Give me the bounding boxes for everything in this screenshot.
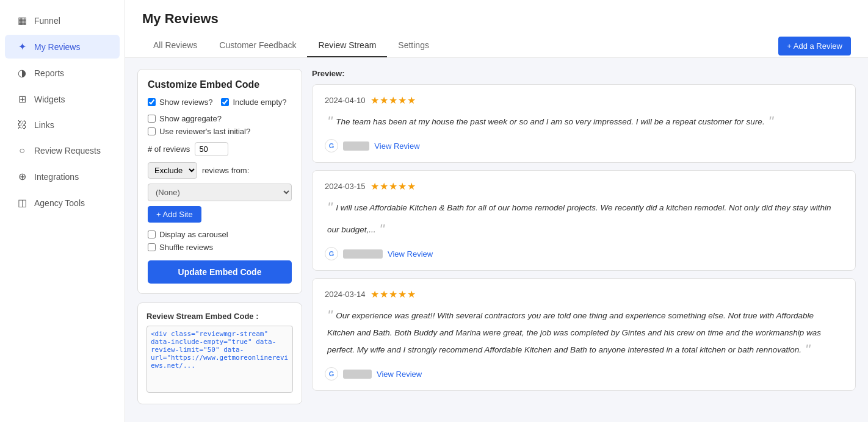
view-review-link[interactable]: View Review bbox=[377, 370, 422, 379]
customize-title: Customize Embed Code bbox=[148, 79, 292, 90]
google-icon: G bbox=[325, 139, 338, 152]
embed-code-textarea[interactable]: <div class="reviewmgr-stream" data-inclu… bbox=[146, 326, 293, 393]
show-reviews-checkbox-row[interactable]: Show reviews? bbox=[148, 98, 212, 107]
stars: ★★★★★ bbox=[371, 95, 416, 106]
review-text: " Our experience was great!! With severa… bbox=[325, 305, 843, 361]
include-empty-checkbox[interactable] bbox=[221, 98, 229, 106]
show-aggregate-checkbox-row[interactable]: Show aggregate? bbox=[148, 114, 292, 123]
sidebar-item-my-reviews[interactable]: ✦ My Reviews bbox=[5, 35, 120, 59]
shuffle-reviews-checkbox[interactable] bbox=[148, 243, 156, 251]
sidebar: ▦ Funnel ✦ My Reviews ◑ Reports ⊞ Widget… bbox=[0, 0, 125, 422]
tab-all-reviews[interactable]: All Reviews bbox=[142, 34, 208, 57]
reviewer-row: G View Review bbox=[325, 247, 843, 260]
use-last-initial-checkbox-row[interactable]: Use reviewer's last initial? bbox=[148, 127, 292, 136]
sidebar-item-label: My Reviews bbox=[34, 42, 80, 52]
inline-checks: Show reviews? Include empty? bbox=[148, 98, 292, 110]
widgets-icon: ⊞ bbox=[16, 93, 28, 105]
update-embed-code-button[interactable]: Update Embed Code bbox=[148, 260, 292, 284]
tab-customer-feedback[interactable]: Customer Feedback bbox=[208, 34, 307, 57]
sidebar-item-label: Integrations bbox=[34, 172, 79, 182]
sidebar-item-widgets[interactable]: ⊞ Widgets bbox=[5, 87, 120, 111]
sidebar-item-links[interactable]: ⛓ Links bbox=[5, 113, 120, 137]
sidebar-item-label: Reports bbox=[34, 68, 64, 78]
exclude-select[interactable]: Exclude bbox=[148, 162, 197, 179]
quote-open-icon: " bbox=[327, 113, 333, 130]
funnel-icon: ▦ bbox=[16, 15, 28, 26]
view-review-link[interactable]: View Review bbox=[374, 141, 419, 151]
preview-label: Preview: bbox=[312, 69, 856, 78]
preview-panel: Preview: 2024-04-10 ★★★★★ " The team has… bbox=[312, 69, 856, 411]
embed-code-title: Review Stream Embed Code : bbox=[146, 312, 293, 321]
review-text: " The team has been at my house the past… bbox=[325, 111, 843, 133]
tab-review-stream[interactable]: Review Stream bbox=[307, 34, 387, 57]
add-site-button[interactable]: + Add Site bbox=[148, 206, 201, 223]
sidebar-item-funnel[interactable]: ▦ Funnel bbox=[5, 9, 120, 32]
review-card: 2024-03-15 ★★★★★ " I will use Affordable… bbox=[312, 170, 856, 271]
page-header: My Reviews All Reviews Customer Feedback… bbox=[125, 0, 868, 58]
sidebar-item-agency-tools[interactable]: ◫ Agency Tools bbox=[5, 191, 120, 215]
sidebar-item-label: Funnel bbox=[34, 16, 60, 26]
integrations-icon: ⊕ bbox=[16, 171, 28, 182]
tab-settings[interactable]: Settings bbox=[387, 34, 440, 57]
review-date: 2024-03-14 ★★★★★ bbox=[325, 288, 843, 300]
sidebar-item-label: Widgets bbox=[34, 95, 65, 104]
agency-tools-icon: ◫ bbox=[16, 197, 28, 209]
quote-close-icon: " bbox=[805, 342, 811, 358]
left-panel: Customize Embed Code Show reviews? Inclu… bbox=[137, 69, 302, 411]
customize-box: Customize Embed Code Show reviews? Inclu… bbox=[137, 69, 302, 294]
stars: ★★★★★ bbox=[371, 181, 416, 192]
sidebar-item-label: Links bbox=[34, 120, 54, 130]
star-icon: ✦ bbox=[16, 41, 28, 52]
review-date: 2024-03-15 ★★★★★ bbox=[325, 181, 843, 192]
add-review-button[interactable]: + Add a Review bbox=[778, 37, 851, 55]
embed-code-box: Review Stream Embed Code : <div class="r… bbox=[137, 302, 302, 404]
stars: ★★★★★ bbox=[371, 288, 416, 300]
show-reviews-checkbox[interactable] bbox=[148, 98, 156, 106]
main-content: My Reviews All Reviews Customer Feedback… bbox=[125, 0, 868, 422]
links-icon: ⛓ bbox=[16, 120, 28, 131]
tabs-row: All Reviews Customer Feedback Review Str… bbox=[142, 34, 851, 57]
review-date: 2024-04-10 ★★★★★ bbox=[325, 95, 843, 106]
include-empty-checkbox-row[interactable]: Include empty? bbox=[221, 98, 286, 107]
none-select[interactable]: (None) bbox=[148, 184, 292, 201]
reviewer-row: G View Review bbox=[325, 139, 843, 152]
reviewer-name bbox=[343, 249, 383, 259]
google-icon: G bbox=[325, 367, 338, 381]
view-review-link[interactable]: View Review bbox=[388, 249, 433, 259]
sidebar-item-label: Agency Tools bbox=[34, 198, 85, 208]
exclude-row: Exclude reviews from: bbox=[148, 162, 292, 179]
sidebar-item-review-requests[interactable]: ○ Review Requests bbox=[5, 139, 120, 162]
display-carousel-checkbox-row[interactable]: Display as carousel bbox=[148, 230, 292, 239]
quote-close-icon: " bbox=[379, 221, 385, 238]
review-card: 2024-04-10 ★★★★★ " The team has been at … bbox=[312, 84, 856, 163]
reports-icon: ◑ bbox=[16, 67, 28, 79]
reviewer-name bbox=[343, 370, 372, 379]
show-aggregate-checkbox[interactable] bbox=[148, 115, 156, 123]
page-title: My Reviews bbox=[142, 11, 851, 27]
num-reviews-row: # of reviews bbox=[148, 142, 292, 156]
use-last-initial-checkbox[interactable] bbox=[148, 127, 156, 135]
sidebar-item-integrations[interactable]: ⊕ Integrations bbox=[5, 165, 120, 188]
sidebar-item-reports[interactable]: ◑ Reports bbox=[5, 61, 120, 85]
num-reviews-input[interactable] bbox=[195, 142, 228, 156]
quote-close-icon: " bbox=[768, 113, 773, 130]
sidebar-item-label: Review Requests bbox=[34, 146, 101, 156]
google-icon: G bbox=[325, 247, 338, 260]
reviewer-row: G View Review bbox=[325, 367, 843, 381]
review-requests-icon: ○ bbox=[16, 145, 28, 156]
reviewer-name bbox=[343, 141, 369, 151]
quote-open-icon: " bbox=[327, 199, 333, 216]
content-area: Customize Embed Code Show reviews? Inclu… bbox=[125, 58, 868, 422]
quote-open-icon: " bbox=[327, 307, 333, 324]
display-carousel-checkbox[interactable] bbox=[148, 231, 156, 238]
review-card: 2024-03-14 ★★★★★ " Our experience was gr… bbox=[312, 278, 856, 391]
shuffle-reviews-checkbox-row[interactable]: Shuffle reviews bbox=[148, 243, 292, 252]
review-text: " I will use Affordable Kitchen & Bath f… bbox=[325, 197, 843, 241]
